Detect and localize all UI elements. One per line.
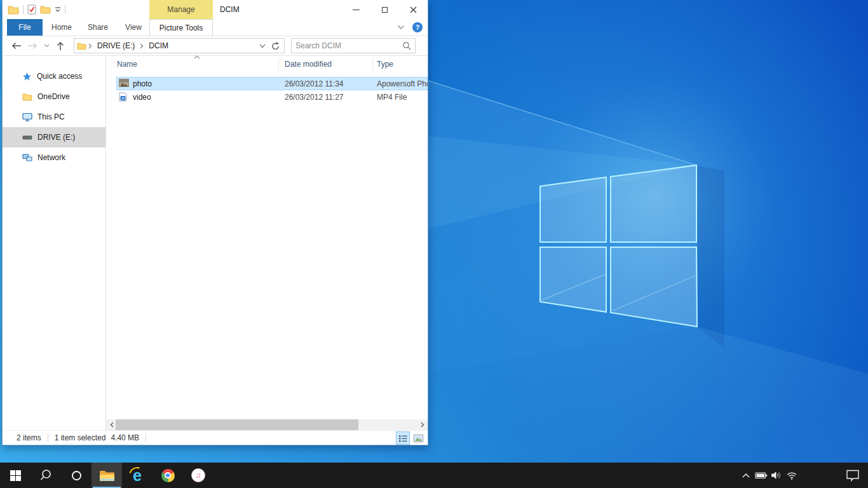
tray-show-hidden-icons-button[interactable] — [738, 463, 754, 488]
column-header-type[interactable]: Type — [377, 60, 393, 69]
breadcrumb-item-drive[interactable]: DRIVE (E:) — [94, 41, 138, 50]
contextual-tab-group-manage[interactable]: Manage — [149, 0, 213, 19]
minimize-icon — [353, 10, 360, 10]
close-button[interactable] — [399, 0, 428, 19]
cortana-button[interactable] — [61, 463, 92, 488]
back-arrow-icon — [11, 42, 22, 50]
file-list-pane: Name Date modified Type photo 26/ — [106, 56, 428, 430]
sidebar-item-this-pc[interactable]: This PC — [3, 107, 105, 127]
battery-tray-button[interactable] — [754, 463, 769, 488]
video-file-icon — [119, 92, 127, 102]
windows-start-icon — [10, 470, 21, 481]
windows-logo-pane-bottom-right — [611, 247, 697, 327]
selection-count: 1 item selected — [55, 433, 106, 442]
search-icon[interactable] — [402, 41, 411, 50]
action-center-button[interactable] — [837, 463, 868, 488]
file-row-video[interactable]: video 26/03/2012 11:27 MP4 File — [116, 90, 428, 104]
chrome-button[interactable] — [153, 463, 183, 488]
customize-quick-access-icon[interactable] — [55, 6, 61, 13]
windows-logo-pane-bottom-left — [540, 247, 606, 312]
breadcrumb-separator-icon — [88, 43, 92, 49]
up-arrow-icon — [57, 41, 64, 51]
scroll-right-arrow[interactable] — [417, 419, 428, 430]
view-toggle-buttons — [396, 431, 425, 445]
details-view-button[interactable] — [396, 431, 410, 445]
tab-share[interactable]: Share — [83, 19, 113, 36]
horizontal-scrollbar[interactable] — [106, 419, 428, 430]
internet-explorer-icon: e — [129, 467, 146, 484]
file-type: MP4 File — [377, 93, 407, 102]
breadcrumb-item-dcim[interactable]: DCIM — [146, 41, 172, 50]
expand-ribbon-chevron-icon[interactable] — [397, 25, 405, 30]
column-separator[interactable] — [278, 58, 279, 71]
wifi-icon — [786, 471, 797, 480]
back-button[interactable] — [8, 38, 24, 53]
taskbar-file-explorer-button[interactable] — [92, 463, 122, 488]
refresh-icon[interactable] — [271, 41, 280, 51]
file-row-photo[interactable]: photo 26/03/2012 11:34 Apowersoft Pho — [116, 77, 428, 90]
address-folder-icon — [77, 42, 86, 50]
sidebar-item-label: OneDrive — [37, 92, 70, 101]
internet-explorer-button[interactable]: e — [122, 463, 153, 488]
tab-home[interactable]: Home — [47, 19, 76, 36]
itunes-button[interactable]: ♫ — [183, 463, 214, 488]
file-name: photo — [133, 79, 152, 88]
network-computers-icon — [22, 153, 32, 162]
minimize-button[interactable] — [342, 0, 370, 19]
search-input[interactable] — [295, 41, 402, 50]
start-button[interactable] — [0, 463, 31, 488]
wifi-tray-button[interactable] — [784, 463, 799, 488]
file-list-empty-area[interactable] — [106, 104, 428, 419]
onedrive-folder-icon — [22, 93, 32, 101]
title-bar[interactable]: Manage DCIM — [3, 0, 428, 19]
large-icons-view-icon — [414, 435, 423, 442]
help-button[interactable]: ? — [412, 22, 423, 32]
new-folder-button-icon[interactable] — [40, 5, 51, 14]
window-controls — [342, 0, 428, 19]
sidebar-item-quick-access[interactable]: Quick access — [3, 66, 105, 86]
tab-view[interactable]: View — [119, 19, 148, 36]
address-dropdown-chevron-icon[interactable] — [259, 44, 266, 48]
scrollbar-thumb[interactable] — [116, 419, 358, 430]
forward-button[interactable] — [24, 38, 41, 53]
drive-icon — [22, 133, 32, 141]
file-name: video — [133, 93, 151, 102]
search-box[interactable] — [291, 38, 416, 53]
taskbar-search-button[interactable] — [31, 463, 61, 488]
wallpaper-logo-shadow — [698, 166, 724, 348]
file-date-modified: 26/03/2012 11:34 — [285, 79, 344, 88]
recent-locations-button[interactable] — [41, 38, 52, 53]
file-explorer-window: Manage DCIM File Home Share View — [2, 0, 428, 445]
qat-separator — [65, 5, 65, 14]
photo-thumbnail-icon — [119, 79, 129, 87]
itunes-icon: ♫ — [191, 468, 205, 482]
properties-button-icon[interactable] — [27, 4, 36, 15]
up-button[interactable] — [52, 38, 69, 53]
column-header-date-modified[interactable]: Date modified — [285, 60, 332, 69]
system-tray — [738, 463, 799, 488]
file-explorer-icon — [99, 470, 115, 482]
tab-picture-tools[interactable]: Picture Tools — [149, 19, 213, 36]
chevron-up-icon — [742, 472, 750, 478]
windows-logo-pane-top-left — [540, 177, 606, 242]
large-icons-view-button[interactable] — [411, 431, 425, 445]
column-separator[interactable] — [372, 58, 373, 71]
column-header-name[interactable]: Name — [117, 60, 137, 69]
sidebar-item-drive-e[interactable]: DRIVE (E:) — [3, 127, 105, 147]
maximize-button[interactable] — [370, 0, 399, 19]
this-pc-monitor-icon — [22, 112, 32, 121]
cortana-icon — [72, 471, 81, 480]
maximize-icon — [382, 7, 388, 13]
sidebar-item-network[interactable]: Network — [3, 147, 105, 168]
quick-access-star-icon — [22, 72, 32, 81]
forward-arrow-icon — [27, 42, 38, 50]
address-bar[interactable]: DRIVE (E:) DCIM — [74, 38, 285, 53]
status-separator — [48, 433, 48, 442]
sidebar-item-onedrive[interactable]: OneDrive — [3, 86, 105, 107]
volume-tray-button[interactable] — [769, 463, 784, 488]
sidebar-item-label: Quick access — [37, 72, 82, 81]
chevron-down-icon — [44, 44, 50, 48]
taskbar: e ♫ — [0, 463, 868, 488]
tab-file[interactable]: File — [7, 19, 43, 36]
search-icon — [39, 469, 52, 482]
